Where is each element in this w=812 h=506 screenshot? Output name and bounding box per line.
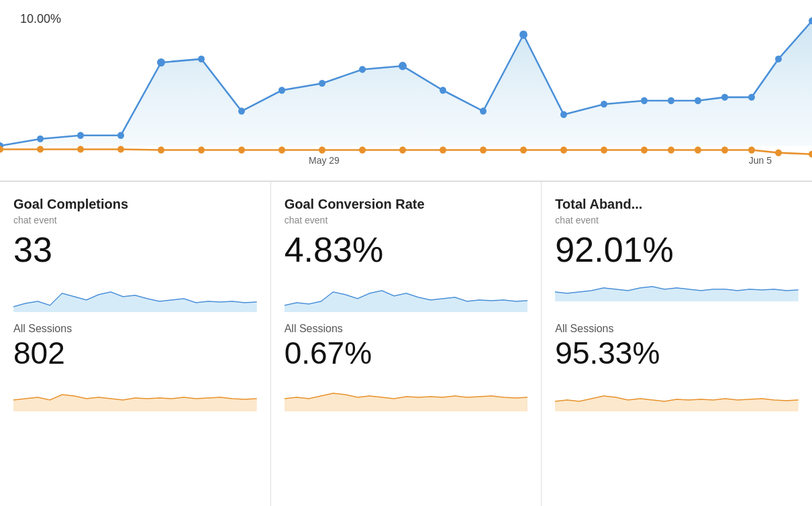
svg-point-30 <box>238 146 245 153</box>
metric-title-0: Goal Completions <box>13 197 257 212</box>
svg-point-16 <box>601 101 607 107</box>
metric-card-goal-conversion-rate: Goal Conversion Rate chat event 4.83% Al… <box>271 182 542 506</box>
svg-point-15 <box>560 111 567 118</box>
svg-point-26 <box>77 146 84 152</box>
metric-value-1: 4.83% <box>285 231 528 269</box>
svg-point-4 <box>117 132 124 139</box>
svg-point-7 <box>238 107 245 114</box>
mini-chart-blue-0 <box>13 273 257 313</box>
mini-chart-orange-1 <box>285 374 528 415</box>
metric-value-2: 92.01% <box>555 231 799 269</box>
svg-point-46 <box>809 151 812 158</box>
mini-chart-orange-0 <box>13 374 257 415</box>
metric-subtitle-1: chat event <box>285 215 528 225</box>
session-value-1: 0.67% <box>285 336 528 370</box>
svg-point-10 <box>359 66 366 72</box>
svg-point-9 <box>319 80 325 87</box>
svg-point-19 <box>695 97 701 104</box>
metric-subtitle-0: chat event <box>13 215 257 225</box>
metric-card-total-abandonment: Total Aband... chat event 92.01% All Ses… <box>542 182 812 506</box>
metric-card-goal-completions: Goal Completions chat event 33 All Sessi… <box>0 182 271 506</box>
main-chart: 10.00% <box>0 0 812 181</box>
svg-point-22 <box>775 56 782 62</box>
svg-marker-0 <box>0 21 812 146</box>
svg-point-8 <box>278 87 285 93</box>
svg-point-21 <box>748 94 755 101</box>
svg-point-44 <box>748 146 755 153</box>
session-value-0: 802 <box>13 336 257 370</box>
chart-percent-label: 10.00% <box>20 12 61 26</box>
svg-point-34 <box>399 146 406 153</box>
svg-point-2 <box>37 136 44 142</box>
svg-point-40 <box>641 146 648 153</box>
svg-point-38 <box>560 146 567 153</box>
mini-chart-orange-2 <box>555 374 799 415</box>
session-label-1: All Sessions <box>285 323 528 335</box>
svg-point-42 <box>695 146 701 153</box>
session-label-0: All Sessions <box>13 323 257 335</box>
metric-title-2: Total Aband... <box>555 197 799 212</box>
svg-point-36 <box>480 146 487 153</box>
svg-point-29 <box>198 146 205 153</box>
svg-point-31 <box>278 146 285 153</box>
svg-point-12 <box>440 87 446 93</box>
svg-point-11 <box>399 62 407 70</box>
svg-point-5 <box>157 58 165 66</box>
svg-point-14 <box>519 31 527 39</box>
mini-chart-blue-2 <box>555 273 799 313</box>
session-label-2: All Sessions <box>555 323 799 335</box>
svg-point-6 <box>198 56 205 62</box>
mini-chart-blue-1 <box>285 273 528 313</box>
svg-point-28 <box>158 146 164 153</box>
svg-point-27 <box>117 146 124 152</box>
session-value-2: 95.33% <box>555 336 799 370</box>
svg-point-43 <box>721 146 728 153</box>
metric-subtitle-2: chat event <box>555 215 799 225</box>
svg-point-13 <box>480 107 487 114</box>
metrics-row: Goal Completions chat event 33 All Sessi… <box>0 181 812 506</box>
svg-point-33 <box>359 146 366 153</box>
date-label-jun5: Jun 5 <box>749 155 772 166</box>
date-label-may29: May 29 <box>309 155 340 166</box>
svg-point-37 <box>520 146 527 153</box>
svg-point-32 <box>319 146 325 153</box>
svg-point-18 <box>668 97 674 104</box>
svg-point-39 <box>601 146 607 153</box>
svg-point-35 <box>440 146 446 153</box>
svg-point-41 <box>668 146 674 153</box>
metric-value-0: 33 <box>13 231 257 269</box>
svg-point-45 <box>775 149 782 156</box>
svg-point-3 <box>77 132 84 139</box>
svg-point-17 <box>641 97 648 104</box>
svg-marker-51 <box>555 287 799 301</box>
metric-title-1: Goal Conversion Rate <box>285 197 528 212</box>
svg-point-25 <box>37 146 44 152</box>
svg-point-20 <box>721 94 728 101</box>
